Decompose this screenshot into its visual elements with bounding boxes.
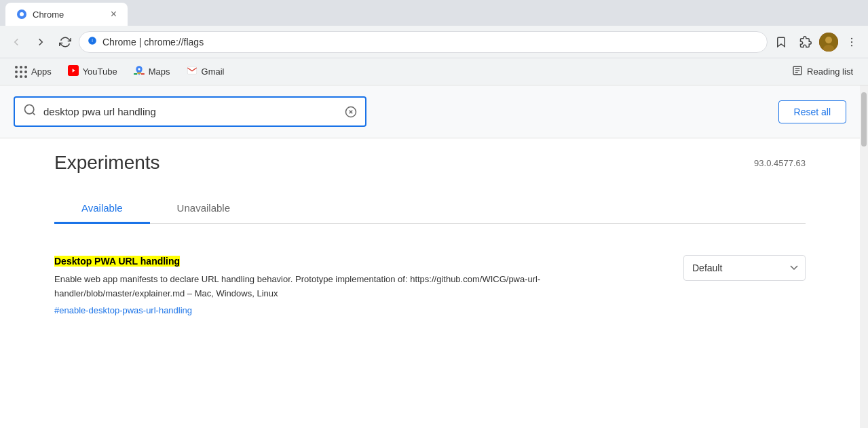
version-text: 93.0.4577.63	[754, 158, 806, 168]
svg-point-8	[851, 41, 852, 42]
bookmark-youtube[interactable]: YouTube	[61, 62, 124, 81]
browser-tab[interactable]: Chrome ×	[5, 3, 128, 26]
search-area: Reset all	[0, 85, 860, 138]
scrollbar[interactable]	[860, 85, 868, 428]
reading-list-icon	[792, 65, 803, 78]
search-box	[14, 96, 366, 127]
avatar[interactable]	[819, 33, 838, 52]
flags-page: Reset all Experiments 93.0.4577.63 Avail…	[0, 85, 860, 428]
experiments-content: Experiments 93.0.4577.63 Available Unava…	[0, 138, 860, 340]
tab-favicon	[16, 9, 27, 20]
tabs-container: Available Unavailable	[54, 194, 806, 224]
reset-all-button[interactable]: Reset all	[778, 100, 846, 123]
tab-bar: Chrome ×	[0, 0, 868, 26]
svg-point-12	[138, 68, 140, 70]
bookmark-maps-label: Maps	[149, 66, 170, 77]
gmail-icon	[187, 65, 197, 78]
page-content: Reset all Experiments 93.0.4577.63 Avail…	[0, 85, 868, 428]
page-title: Experiments	[54, 152, 160, 174]
svg-point-21	[25, 105, 34, 114]
tab-unavailable[interactable]: Unavailable	[150, 194, 257, 224]
address-bar[interactable]: i Chrome | chrome://flags	[79, 31, 768, 53]
experiments-header: Experiments 93.0.4577.63	[54, 152, 806, 174]
bookmark-gmail[interactable]: Gmail	[180, 62, 231, 81]
tab-available[interactable]: Available	[54, 194, 150, 224]
svg-point-1	[20, 12, 24, 16]
svg-rect-13	[134, 73, 137, 75]
experiment-name-text: Desktop PWA URL handling	[54, 256, 180, 267]
reading-list-label: Reading list	[807, 66, 853, 77]
search-input[interactable]	[43, 106, 338, 117]
experiment-dropdown[interactable]: Default Enabled Disabled	[683, 255, 806, 281]
experiment-name: Desktop PWA URL handling	[54, 255, 663, 267]
tab-close-button[interactable]: ×	[111, 9, 117, 20]
experiment-description: Enable web app manifests to declare URL …	[54, 273, 663, 301]
extensions-button[interactable]	[795, 31, 816, 53]
youtube-icon	[68, 65, 79, 78]
nav-actions	[770, 31, 863, 53]
experiment-link[interactable]: #enable-desktop-pwas-url-handling	[54, 305, 663, 315]
reading-list-button[interactable]: Reading list	[785, 62, 860, 81]
browser-frame: Chrome × i	[0, 0, 868, 428]
address-separator: |	[136, 37, 144, 47]
bookmarks-bar: Apps YouTube Ma	[0, 58, 868, 85]
bookmark-gmail-label: Gmail	[202, 66, 225, 77]
forward-button[interactable]	[30, 31, 52, 53]
svg-rect-15	[140, 73, 144, 75]
svg-point-9	[851, 45, 852, 46]
tab-title: Chrome	[33, 9, 64, 20]
search-icon	[23, 103, 37, 120]
maps-icon	[134, 65, 145, 78]
reload-button[interactable]	[54, 31, 76, 53]
bookmark-youtube-label: YouTube	[83, 66, 117, 77]
security-icon: i	[88, 36, 97, 47]
bookmark-button[interactable]	[770, 31, 792, 53]
experiment-info: Desktop PWA URL handling Enable web app …	[54, 255, 663, 315]
apps-icon	[15, 66, 27, 78]
bookmark-apps-label: Apps	[31, 66, 52, 77]
search-clear-button[interactable]	[345, 106, 357, 118]
menu-button[interactable]	[841, 31, 863, 53]
svg-point-7	[851, 37, 852, 39]
nav-bar: i Chrome | chrome://flags	[0, 26, 868, 58]
experiment-item: Desktop PWA URL handling Enable web app …	[54, 244, 806, 326]
bookmark-apps[interactable]: Apps	[8, 63, 58, 81]
scrollbar-thumb[interactable]	[861, 92, 867, 147]
svg-point-5	[825, 37, 832, 43]
back-button[interactable]	[5, 31, 27, 53]
svg-rect-14	[137, 73, 140, 74]
bookmark-maps[interactable]: Maps	[127, 62, 177, 81]
address-protocol: Chrome | chrome://flags	[102, 37, 759, 47]
experiment-control: Default Enabled Disabled	[683, 255, 806, 281]
